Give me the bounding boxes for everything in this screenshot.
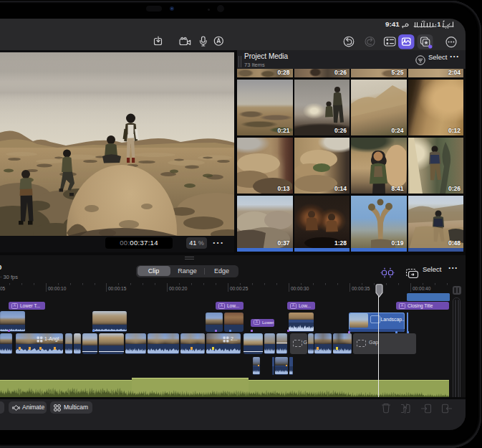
svg-text:9:41: 9:41 — [385, 20, 400, 28]
svg-text:1: 1 — [438, 21, 441, 28]
